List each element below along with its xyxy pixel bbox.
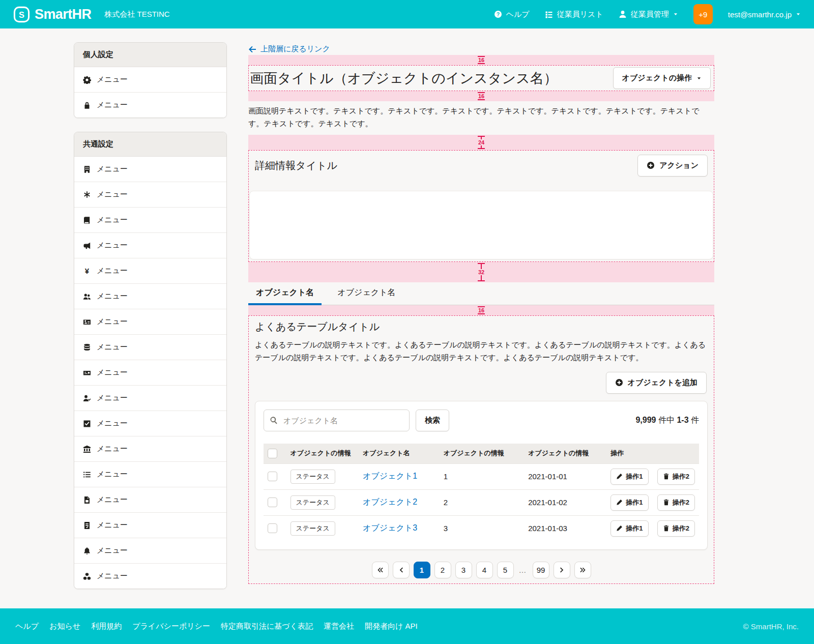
sidebar-item-menu[interactable]: メニュー bbox=[74, 487, 226, 512]
back-link[interactable]: 上階層に戻るリンク bbox=[248, 44, 330, 54]
id-card-icon bbox=[83, 318, 91, 326]
sidebar-item-menu[interactable]: メニュー bbox=[74, 157, 226, 182]
table-header-row: オブジェクトの情報 オブジェクト名 オブジェクトの情報 オブジェクトの情報 操作 bbox=[264, 444, 699, 464]
yen-icon bbox=[83, 267, 91, 275]
column-header: 操作 bbox=[606, 444, 699, 464]
pagination: 1 2 3 4 5 … 99 bbox=[255, 562, 708, 578]
select-all-checkbox[interactable] bbox=[268, 449, 277, 458]
person-icon bbox=[619, 10, 627, 18]
lock-icon bbox=[83, 101, 91, 109]
cubes-icon bbox=[83, 572, 91, 580]
action-button[interactable]: アクション bbox=[637, 155, 708, 177]
sidebar-item-menu[interactable]: メニュー bbox=[74, 385, 226, 411]
page-next-button[interactable] bbox=[554, 562, 570, 578]
footer-link-commerce[interactable]: 特定商取引法に基づく表記 bbox=[221, 622, 313, 631]
object-link[interactable]: オブジェクト3 bbox=[363, 523, 417, 532]
arrow-left-icon bbox=[248, 45, 256, 53]
account-menu[interactable]: test@smarthr.co.jp bbox=[728, 10, 801, 19]
table-section: よくあるテーブルタイトル よくあるテーブルの説明テキストです。よくあるテーブルの… bbox=[248, 315, 714, 584]
sidebar-item-menu[interactable]: メニュー bbox=[74, 334, 226, 360]
bell-icon bbox=[83, 547, 91, 555]
table-row: ステータス オブジェクト3 3 2021-01-03 操作1 bbox=[264, 515, 699, 541]
page-prev-button[interactable] bbox=[393, 562, 410, 578]
row-checkbox[interactable] bbox=[268, 472, 277, 481]
page-number-button[interactable]: 5 bbox=[497, 562, 514, 578]
employee-mgmt-nav-item[interactable]: 従業員管理 bbox=[619, 10, 678, 19]
user-check-icon bbox=[83, 394, 91, 402]
row-action-delete-button[interactable]: 操作2 bbox=[657, 469, 695, 485]
page-number-button[interactable]: 2 bbox=[434, 562, 451, 578]
page-number-button[interactable]: 1 bbox=[414, 562, 430, 578]
tab-bar: オブジェクト名 オブジェクト名 bbox=[248, 282, 714, 305]
sidebar-item-menu[interactable]: メニュー bbox=[74, 283, 226, 309]
page-number-button[interactable]: 99 bbox=[533, 562, 549, 578]
list-icon bbox=[83, 471, 91, 479]
chevron-left-icon bbox=[398, 567, 404, 573]
detail-info-section: 詳細情報タイトル アクション bbox=[248, 150, 714, 262]
column-header: オブジェクトの情報 bbox=[440, 444, 525, 464]
page-first-button[interactable] bbox=[372, 562, 389, 578]
book-icon bbox=[83, 216, 91, 224]
brand[interactable]: S SmartHR bbox=[13, 6, 91, 23]
sidebar-item-menu[interactable]: メニュー bbox=[74, 538, 226, 563]
row-action-edit-button[interactable]: 操作1 bbox=[610, 469, 648, 485]
sidebar-section-title: 共通設定 bbox=[74, 132, 226, 157]
employee-list-nav-item[interactable]: 従業員リスト bbox=[545, 10, 603, 19]
file-icon bbox=[83, 496, 91, 504]
sidebar-item-menu[interactable]: メニュー bbox=[74, 258, 226, 283]
bullhorn-icon bbox=[83, 242, 91, 250]
spacing-band-32: 32 bbox=[248, 262, 714, 282]
sidebar-item-menu[interactable]: メニュー bbox=[74, 512, 226, 538]
trash-icon bbox=[663, 499, 670, 506]
object-actions-button[interactable]: オブジェクトの操作 bbox=[613, 67, 711, 89]
sidebar-item-menu[interactable]: メニュー bbox=[74, 232, 226, 258]
sidebar-item-menu[interactable]: メニュー bbox=[74, 92, 226, 118]
sidebar-item-menu[interactable]: メニュー bbox=[74, 67, 226, 92]
object-link[interactable]: オブジェクト2 bbox=[363, 497, 417, 506]
page-last-button[interactable] bbox=[574, 562, 591, 578]
spacing-band-16: 16 bbox=[248, 91, 714, 101]
help-nav-item[interactable]: ヘルプ bbox=[494, 10, 530, 19]
search-input[interactable] bbox=[264, 409, 410, 431]
sidebar-item-menu[interactable]: メニュー bbox=[74, 411, 226, 436]
footer-link-company[interactable]: 運営会社 bbox=[324, 622, 354, 631]
sidebar-item-menu[interactable]: メニュー bbox=[74, 207, 226, 232]
row-action-edit-button[interactable]: 操作1 bbox=[610, 520, 648, 537]
copyright: © SmartHR, Inc. bbox=[743, 622, 799, 631]
row-action-delete-button[interactable]: 操作2 bbox=[657, 494, 695, 511]
page-number-button[interactable]: 4 bbox=[476, 562, 493, 578]
app-header: S SmartHR 株式会社 TESTINC ヘルプ 従業員リスト 従業員管理 … bbox=[0, 0, 814, 28]
notification-badge[interactable]: +9 bbox=[693, 4, 713, 24]
sidebar-item-menu[interactable]: メニュー bbox=[74, 182, 226, 207]
tab-object-2[interactable]: オブジェクト名 bbox=[330, 282, 403, 305]
sidebar-item-menu[interactable]: メニュー bbox=[74, 461, 226, 487]
row-action-edit-button[interactable]: 操作1 bbox=[610, 494, 648, 511]
file-check-icon bbox=[83, 521, 91, 530]
column-header: オブジェクト名 bbox=[359, 444, 440, 464]
sidebar-item-menu[interactable]: メニュー bbox=[74, 436, 226, 461]
add-object-button[interactable]: オブジェクトを追加 bbox=[606, 372, 707, 394]
bank-icon bbox=[83, 445, 91, 453]
object-date-cell: 2021-01-02 bbox=[524, 489, 606, 515]
row-checkbox[interactable] bbox=[268, 497, 277, 507]
row-checkbox[interactable] bbox=[268, 523, 277, 533]
sidebar-item-menu[interactable]: メニュー bbox=[74, 309, 226, 334]
spacing-band-16: 16 bbox=[248, 305, 714, 315]
tab-object-1[interactable]: オブジェクト名 bbox=[248, 282, 322, 305]
status-badge: ステータス bbox=[290, 470, 335, 484]
page-number-button[interactable]: 3 bbox=[455, 562, 472, 578]
footer-link-api[interactable]: 開発者向け API bbox=[365, 622, 418, 631]
search-submit-button[interactable]: 検索 bbox=[416, 409, 449, 431]
object-link[interactable]: オブジェクト1 bbox=[363, 472, 417, 480]
footer-link-help[interactable]: ヘルプ bbox=[15, 622, 39, 631]
footer-link-news[interactable]: お知らせ bbox=[49, 622, 80, 631]
sidebar-item-menu[interactable]: メニュー bbox=[74, 360, 226, 385]
footer-link-terms[interactable]: 利用規約 bbox=[91, 622, 122, 631]
object-date-cell: 2021-01-01 bbox=[524, 463, 606, 489]
help-icon bbox=[494, 10, 502, 18]
status-badge: ステータス bbox=[290, 495, 335, 510]
row-action-delete-button[interactable]: 操作2 bbox=[657, 520, 695, 537]
pencil-icon bbox=[616, 499, 623, 506]
sidebar-item-menu[interactable]: メニュー bbox=[74, 563, 226, 589]
footer-link-privacy[interactable]: プライバシーポリシー bbox=[132, 622, 210, 631]
